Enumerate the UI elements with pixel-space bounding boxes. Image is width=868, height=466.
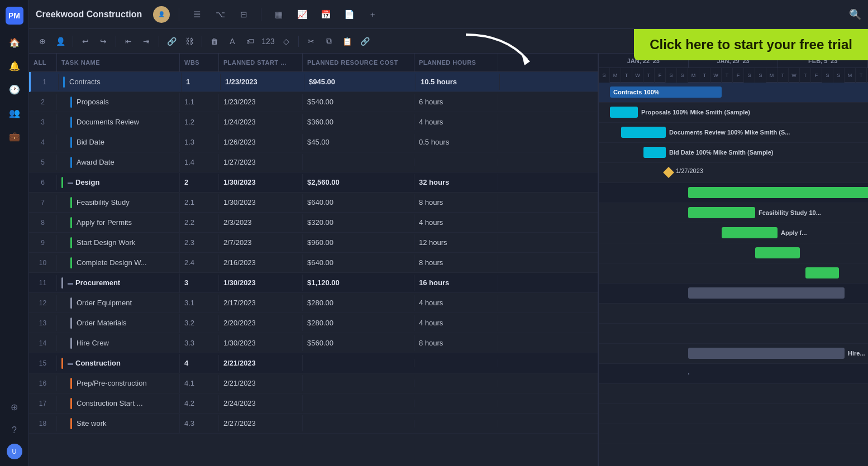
hours-cell [414,359,498,367]
table-row[interactable]: 13 Order Materials 3.2 2/20/2023 $280.00… [29,313,598,333]
sidebar-item-notifications[interactable]: 🔔 [4,56,25,76]
outdent-btn[interactable]: ⇤ [121,33,136,49]
cost-cell: $280.00 [303,295,414,311]
delete-btn[interactable]: 🗑 [207,33,222,49]
table-row[interactable]: 9 Start Design Work 2.3 2/7/2023 $960.00… [29,233,598,253]
task-name-cell: ▬ Procurement [57,273,180,292]
table-row[interactable]: 18 Site work 4.3 2/27/2023 [29,414,598,434]
gantt-bar-contracts[interactable]: Contracts 100% [610,87,722,98]
hours-cell: 8 hours [414,335,498,351]
gantt-bar-permits[interactable]: Apply f... [722,227,778,238]
tag-btn[interactable]: 🏷 [242,33,258,49]
copy-btn[interactable]: ⧉ [321,33,337,49]
gantt-bar-proposals[interactable]: Proposals 100% Mike Smith (Sample) [610,107,638,118]
gantt-day: T [699,68,710,83]
sidebar-user-avatar[interactable]: U [7,444,22,459]
gantt-bar-feasibility[interactable]: Feasibility Study 10... [688,207,755,218]
task-name-cell: Construction Start ... [57,394,180,413]
collapse-icon[interactable]: ▬ [68,360,73,366]
document-view-btn[interactable]: 📄 [341,6,357,23]
hours-cell: 4 hours [414,295,498,311]
table-row[interactable]: 7 Feasibility Study 2.1 1/30/2023 $640.0… [29,193,598,213]
unlink-btn[interactable]: ⛓ [182,33,197,49]
gantt-row-3: Documents Review 100% Mike Smith (S... [599,123,868,143]
gantt-bar-label: Contracts 100% [613,89,660,95]
gantt-bar-design-work[interactable] [755,247,800,258]
gantt-bar-hire-crew[interactable]: Hire... [688,348,845,359]
row-num: 8 [29,215,57,230]
table-view-btn[interactable]: ▦ [270,6,287,23]
table-row[interactable]: 14 Hire Crew 3.3 1/30/2023 $560.00 8 hou… [29,333,598,353]
list-view-btn[interactable]: ☰ [188,6,205,23]
table-row[interactable]: 2 Proposals 1.1 1/23/2023 $540.00 6 hour… [29,92,598,112]
col-task-name[interactable]: TASK NAME [57,54,180,71]
cost-cell: $640.00 [303,194,414,210]
table-row[interactable]: 4 Bid Date 1.3 1/26/2023 $45.00 0.5 hour… [29,132,598,152]
share-link-btn[interactable]: 🔗 [357,33,373,49]
chart-view-btn[interactable]: ⌥ [212,6,228,23]
sidebar-item-recent[interactable]: 🕐 [4,79,25,99]
gantt-bar-procurement[interactable] [688,287,845,299]
add-resource-btn[interactable]: 👤 [53,33,68,49]
gantt-row-2: Proposals 100% Mike Smith (Sample) [599,103,868,123]
col-planned-start[interactable]: PLANNED START ... [219,54,303,71]
table-row[interactable]: 17 Construction Start ... 4.2 2/24/2023 [29,393,598,414]
undo-btn[interactable]: ↩ [78,33,93,49]
start-cell: 1/24/2023 [219,114,303,130]
cost-cell [303,379,414,387]
col-planned-resource-cost[interactable]: PLANNED RESOURCE COST [303,54,414,71]
format-text-btn[interactable]: A [225,33,240,49]
sidebar-item-add[interactable]: ⊕ [4,397,25,417]
sidebar-item-help[interactable]: ? [4,420,25,440]
diamond-btn[interactable]: ◇ [278,33,294,49]
gantt-day: T [800,68,811,83]
gantt-day: W [789,68,800,83]
add-task-btn[interactable]: ⊕ [35,33,50,49]
cost-cell: $1,120.00 [303,275,414,291]
link-btn[interactable]: 🔗 [164,33,179,49]
collapse-icon[interactable]: ▬ [68,179,73,185]
table-row[interactable]: 5 Award Date 1.4 1/27/2023 [29,152,598,172]
paste-btn[interactable]: 📋 [339,33,355,49]
redo-btn[interactable]: ↪ [96,33,111,49]
split-view-btn[interactable]: ⊟ [235,6,252,23]
wbs-cell: 1.1 [180,94,219,110]
gantt-bar-docs-review[interactable]: Documents Review 100% Mike Smith (S... [621,127,666,138]
collapse-icon[interactable]: ▬ [68,280,73,286]
user-avatar-header[interactable]: 👤 [153,6,170,23]
table-row[interactable]: 16 Prep/Pre-construction 4.1 2/21/2023 [29,373,598,393]
table-row[interactable]: 12 Order Equipment 3.1 2/17/2023 $280.00… [29,293,598,313]
number-btn[interactable]: 123 [260,33,276,49]
col-wbs[interactable]: WBS [180,54,219,71]
gantt-row-8: Apply f... [599,223,868,243]
table-row[interactable]: 11 ▬ Procurement 3 1/30/2023 $1,120.00 1… [29,273,598,293]
search-btn[interactable]: 🔍 [849,8,861,21]
table-row[interactable]: 10 Complete Design W... 2.4 2/16/2023 $6… [29,253,598,273]
gantt-milestone-award-date[interactable] [663,167,674,178]
indent-btn[interactable]: ⇥ [139,33,154,49]
free-trial-banner[interactable]: Click here to start your free trial [634,29,868,60]
table-row[interactable]: 15 ▬ Construction 4 2/21/2023 [29,353,598,373]
calendar-view-btn[interactable]: 📅 [317,6,334,23]
table-row[interactable]: 1 Contracts 1 1/23/2023 $945.00 10.5 hou… [29,72,598,92]
col-planned-hours[interactable]: PLANNED HOURS [414,54,498,71]
add-view-btn[interactable]: + [364,6,381,23]
sidebar-item-home[interactable]: 🏠 [4,32,25,52]
sidebar-item-team[interactable]: 👥 [4,103,25,123]
start-cell: 2/3/2023 [219,214,303,230]
app-logo[interactable]: PM [6,7,23,25]
table-row[interactable]: 3 Documents Review 1.2 1/24/2023 $360.00… [29,112,598,132]
gantt-bar-bid-date[interactable]: Bid Date 100% Mike Smith (Sample) [643,147,666,158]
gantt-day: S [755,68,766,83]
hours-cell [414,379,498,387]
sidebar-item-projects[interactable]: 💼 [4,126,25,146]
col-all[interactable]: ALL [29,54,57,71]
table-row[interactable]: 6 ▬ Design 2 1/30/2023 $2,560.00 32 hour… [29,172,598,193]
cost-cell: $2,560.00 [303,174,414,190]
cut-btn[interactable]: ✂ [303,33,319,49]
gantt-bar-complete-design[interactable] [805,267,839,278]
table-row[interactable]: 8 Apply for Permits 2.2 2/3/2023 $320.00… [29,213,598,233]
gantt-view-btn[interactable]: 📈 [294,6,311,23]
gantt-row-4: Bid Date 100% Mike Smith (Sample) [599,143,868,163]
gantt-bar-design[interactable] [688,187,868,198]
